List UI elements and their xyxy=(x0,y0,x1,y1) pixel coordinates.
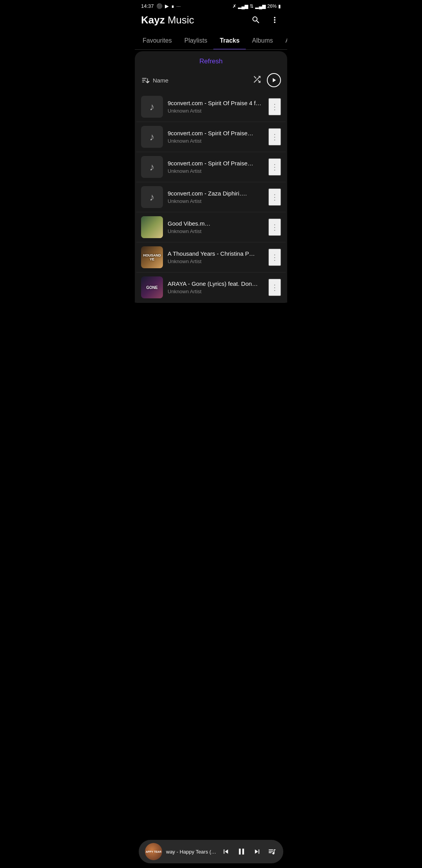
status-left: 14:37 ⚫ ▶ ∎ ··· xyxy=(141,3,181,9)
track-title: 9convert.com - Spirit Of Praise… xyxy=(168,160,264,167)
track-info: Good Vibes.m… Unknown Artist xyxy=(168,220,264,234)
track-more-button[interactable]: ⋮ xyxy=(268,128,281,145)
track-more-button[interactable]: ⋮ xyxy=(268,188,281,206)
play-all-icon xyxy=(270,77,277,84)
track-thumb: ♪ xyxy=(141,126,163,148)
track-title: 9convert.com - Spirit Of Praise 4 f… xyxy=(168,100,264,106)
track-more-button[interactable]: ⋮ xyxy=(268,279,281,296)
track-item[interactable]: ♪ 9convert.com - Spirit Of Praise… Unkno… xyxy=(136,122,286,152)
signal-icon: ▂▄▆ xyxy=(238,4,249,9)
play-all-button[interactable] xyxy=(267,73,281,87)
track-item[interactable]: ♪ 9convert.com - Zaza Diphiri…. Unknown … xyxy=(136,182,286,212)
track-item[interactable]: ♪ 9convert.com - Spirit Of Praise 4 f… U… xyxy=(136,92,286,122)
music-note-icon: ♪ xyxy=(150,101,155,113)
track-item[interactable]: ♪ 9convert.com - Spirit Of Praise… Unkno… xyxy=(136,152,286,182)
header-icons xyxy=(250,14,281,26)
track-artist: Unknown Artist xyxy=(168,138,264,144)
tab-tracks[interactable]: Tracks xyxy=(213,32,246,50)
status-right: ✗ ▂▄▆ ⇅ ▂▄▆ 26% ▮ xyxy=(232,4,281,9)
track-info: 9convert.com - Spirit Of Praise… Unknown… xyxy=(168,160,264,174)
track-more-button[interactable]: ⋮ xyxy=(268,219,281,236)
app-title: Kayz Music xyxy=(141,14,194,26)
music-note-icon: ♪ xyxy=(150,161,155,173)
tab-favourites[interactable]: Favourites xyxy=(136,32,178,50)
track-title: ARAYA - Gone (Lyrics) feat. Don… xyxy=(168,280,264,287)
track-more-button[interactable]: ⋮ xyxy=(268,158,281,176)
battery-text: 26% xyxy=(267,4,277,9)
track-artist: Unknown Artist xyxy=(168,168,264,174)
tab-playlists[interactable]: Playlists xyxy=(178,32,214,50)
search-button[interactable] xyxy=(250,14,262,26)
content-area: Refresh Name ♪ xyxy=(135,51,287,303)
tabs-container: Favourites Playlists Tracks Albums Artis… xyxy=(135,32,287,50)
track-info: 9convert.com - Zaza Diphiri…. Unknown Ar… xyxy=(168,190,264,204)
track-info: A Thousand Years - Christina P… Unknown … xyxy=(168,250,264,264)
tab-albums[interactable]: Albums xyxy=(246,32,279,50)
refresh-button[interactable]: Refresh xyxy=(135,51,287,72)
app-title-bold: Kayz xyxy=(141,14,165,26)
track-thumb: ♪ xyxy=(141,156,163,178)
track-info: 9convert.com - Spirit Of Praise 4 f… Unk… xyxy=(168,100,264,114)
play-status-icon: ▶ xyxy=(165,3,169,9)
track-thumb xyxy=(141,216,163,238)
sort-button[interactable]: Name xyxy=(141,76,168,84)
ellipsis-icon: ··· xyxy=(177,3,181,9)
track-info: 9convert.com - Spirit Of Praise… Unknown… xyxy=(168,130,264,144)
track-thumb: ♪ xyxy=(141,96,163,118)
app-title-regular: Music xyxy=(165,14,194,26)
track-item[interactable]: HOUSAND YE A Thousand Years - Christina … xyxy=(136,242,286,273)
tab-artists[interactable]: Artists xyxy=(279,32,287,50)
music-note-icon: ♪ xyxy=(150,131,155,143)
bluetooth-icon: ✗ xyxy=(232,4,236,9)
track-artist: Unknown Artist xyxy=(168,289,264,294)
track-more-button[interactable]: ⋮ xyxy=(268,98,281,115)
status-time: 14:37 xyxy=(141,3,154,9)
more-options-button[interactable] xyxy=(268,14,281,26)
track-thumb: HOUSAND YE xyxy=(141,246,163,268)
sort-icon xyxy=(141,76,150,84)
track-item[interactable]: Good Vibes.m… Unknown Artist ⋮ xyxy=(136,212,286,242)
track-artist: Unknown Artist xyxy=(168,228,264,234)
whatsapp-icon: ⚫ xyxy=(156,3,163,9)
track-artist: Unknown Artist xyxy=(168,258,264,264)
track-thumb: GONE xyxy=(141,276,163,298)
track-title: A Thousand Years - Christina P… xyxy=(168,250,264,257)
track-more-button[interactable]: ⋮ xyxy=(268,249,281,266)
track-artist: Unknown Artist xyxy=(168,108,264,114)
track-thumb: ♪ xyxy=(141,186,163,208)
battery-icon: ▮ xyxy=(278,4,281,9)
data-icon: ⇅ xyxy=(250,4,254,9)
more-options-icon xyxy=(270,15,279,25)
app-header: Kayz Music xyxy=(135,11,287,32)
track-title: 9convert.com - Zaza Diphiri…. xyxy=(168,190,264,197)
track-title: Good Vibes.m… xyxy=(168,220,264,227)
sort-bar: Name xyxy=(135,72,287,92)
track-artist: Unknown Artist xyxy=(168,198,264,204)
search-icon xyxy=(251,15,261,25)
status-bar: 14:37 ⚫ ▶ ∎ ··· ✗ ▂▄▆ ⇅ ▂▄▆ 26% ▮ xyxy=(135,0,287,11)
track-item[interactable]: GONE ARAYA - Gone (Lyrics) feat. Don… Un… xyxy=(136,273,286,303)
track-info: ARAYA - Gone (Lyrics) feat. Don… Unknown… xyxy=(168,280,264,294)
music-note-icon: ♪ xyxy=(150,191,155,203)
shuffle-icon[interactable] xyxy=(252,74,262,86)
cast-icon: ∎ xyxy=(171,3,174,9)
signal2-icon: ▂▄▆ xyxy=(255,4,266,9)
track-list: ♪ 9convert.com - Spirit Of Praise 4 f… U… xyxy=(135,92,287,303)
sort-label: Name xyxy=(153,77,168,84)
track-title: 9convert.com - Spirit Of Praise… xyxy=(168,130,264,136)
sort-right xyxy=(252,73,281,87)
